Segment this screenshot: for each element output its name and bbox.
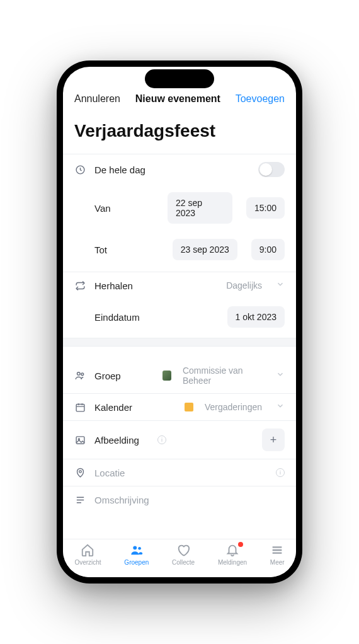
repeat-label: Herhalen <box>94 280 145 291</box>
home-icon <box>81 543 94 557</box>
menu-icon <box>270 543 284 557</box>
to-date-picker[interactable]: 23 sep 2023 <box>173 239 237 260</box>
location-icon <box>74 467 86 478</box>
allday-toggle[interactable] <box>258 162 285 177</box>
to-label: Tot <box>94 244 145 255</box>
to-time-picker[interactable]: 9:00 <box>251 239 285 260</box>
tab-notifications[interactable]: Meldingen <box>218 543 247 566</box>
add-button[interactable]: Toevoegen <box>236 93 285 105</box>
tab-more[interactable]: Meer <box>270 543 285 566</box>
svg-point-2 <box>81 373 84 376</box>
group-row[interactable]: Groep Commissie van Beheer <box>63 358 296 393</box>
from-date-picker[interactable]: 22 sep 2023 <box>168 192 232 224</box>
info-icon[interactable]: i <box>157 435 166 444</box>
enddate-label: Einddatum <box>94 312 145 323</box>
location-label: Locatie <box>94 468 125 478</box>
notification-badge <box>238 542 243 547</box>
svg-point-8 <box>138 547 141 550</box>
from-label: Van <box>94 203 145 214</box>
from-time-picker[interactable]: 15:00 <box>246 197 285 219</box>
tab-label: Groepen <box>124 559 149 566</box>
calendar-label: Kalender <box>94 402 145 413</box>
calendar-icon <box>74 401 86 413</box>
tab-groups[interactable]: Groepen <box>124 543 149 566</box>
phone-notch <box>145 69 214 88</box>
add-image-button[interactable]: + <box>262 428 285 451</box>
tab-overview[interactable]: Overzicht <box>74 543 101 566</box>
svg-point-1 <box>77 372 81 376</box>
allday-label: De hele dag <box>94 164 145 175</box>
calendar-row[interactable]: Kalender Vergaderingen <box>63 393 296 420</box>
group-value: Commissie van Beheer <box>183 365 262 386</box>
svg-point-7 <box>133 546 137 549</box>
info-icon[interactable]: i <box>276 468 285 477</box>
tab-collect[interactable]: Collecte <box>172 543 195 566</box>
chevron-down-icon <box>276 401 285 413</box>
cancel-button[interactable]: Annuleren <box>74 93 120 105</box>
group-label: Groep <box>94 371 145 381</box>
tab-bar: Overzicht Groepen Collecte Meldingen <box>63 539 296 577</box>
to-row: Tot 23 sep 2023 9:00 <box>63 231 296 268</box>
section-divider <box>63 338 296 347</box>
repeat-value: Dagelijks <box>226 280 262 290</box>
page-title: Nieuw evenement <box>135 93 220 105</box>
tab-label: Meldingen <box>218 559 247 566</box>
description-row[interactable]: Omschrijving <box>63 486 296 513</box>
repeat-icon <box>74 280 86 291</box>
chevron-down-icon <box>276 370 285 381</box>
enddate-picker[interactable]: 1 okt 2023 <box>227 306 285 328</box>
form-content: Verjaardagsfeest De hele dag Van 22 sep … <box>63 113 296 539</box>
heart-icon <box>176 543 190 557</box>
tab-label: Overzicht <box>74 559 101 566</box>
phone-frame: Annuleren Nieuw evenement Toevoegen Verj… <box>57 60 302 584</box>
allday-row: De hele dag <box>63 154 296 185</box>
image-icon <box>74 434 86 446</box>
svg-rect-4 <box>76 436 84 443</box>
bell-icon <box>225 543 239 557</box>
chevron-down-icon <box>276 280 285 291</box>
tab-label: Collecte <box>172 559 195 566</box>
description-label: Omschrijving <box>94 495 149 505</box>
clock-icon <box>74 164 86 175</box>
tab-label: Meer <box>270 559 285 566</box>
svg-point-6 <box>79 470 81 473</box>
event-title-input[interactable]: Verjaardagsfeest <box>63 113 296 154</box>
enddate-row: Einddatum 1 okt 2023 <box>63 299 296 335</box>
groups-icon <box>130 543 144 557</box>
group-avatar <box>162 371 171 381</box>
image-row: Afbeelding i + <box>63 420 296 459</box>
phone-screen: Annuleren Nieuw evenement Toevoegen Verj… <box>63 67 296 577</box>
calendar-value: Vergaderingen <box>205 402 262 412</box>
description-icon <box>74 494 86 505</box>
svg-rect-3 <box>76 404 84 411</box>
image-label: Afbeelding <box>94 435 145 446</box>
calendar-color-swatch <box>185 403 193 411</box>
from-row: Van 22 sep 2023 15:00 <box>63 185 296 231</box>
group-icon <box>74 370 86 381</box>
repeat-row[interactable]: Herhalen Dagelijks <box>63 272 296 299</box>
location-row[interactable]: Locatie i <box>63 459 296 486</box>
